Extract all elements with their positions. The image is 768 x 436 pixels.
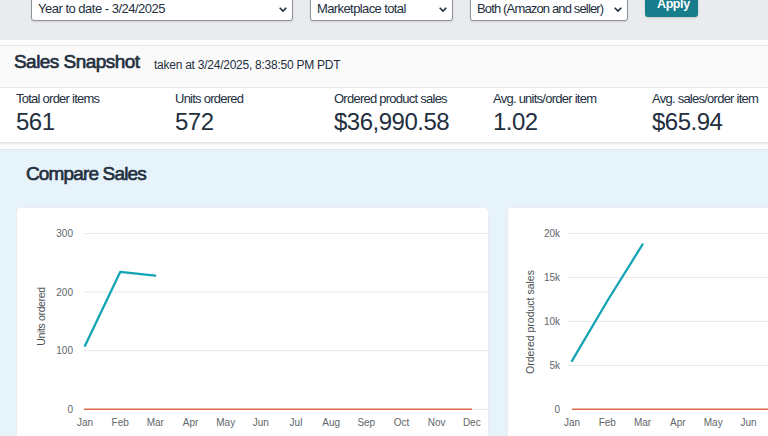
svg-text:0: 0	[554, 404, 560, 415]
svg-text:Jan: Jan	[564, 417, 580, 428]
svg-text:15k: 15k	[544, 272, 561, 283]
svg-text:Feb: Feb	[112, 417, 130, 428]
svg-text:Ordered product sales: Ordered product sales	[524, 270, 536, 374]
svg-text:5k: 5k	[549, 360, 561, 371]
svg-text:Jul: Jul	[290, 417, 303, 428]
svg-text:200: 200	[56, 287, 73, 298]
svg-text:May: May	[704, 417, 723, 428]
svg-text:Apr: Apr	[183, 417, 199, 428]
svg-text:Oct: Oct	[394, 417, 410, 428]
svg-text:Apr: Apr	[670, 417, 686, 428]
svg-text:300: 300	[56, 228, 73, 239]
svg-text:Mar: Mar	[147, 417, 165, 428]
svg-text:May: May	[216, 417, 235, 428]
svg-text:Jan: Jan	[77, 417, 93, 428]
svg-text:10k: 10k	[544, 316, 561, 327]
svg-text:Jun: Jun	[740, 417, 756, 428]
svg-text:Units ordered: Units ordered	[35, 287, 47, 346]
svg-text:Feb: Feb	[599, 417, 617, 428]
svg-text:100: 100	[56, 345, 73, 356]
svg-text:Jun: Jun	[253, 417, 269, 428]
svg-text:Mar: Mar	[634, 417, 652, 428]
svg-text:Sep: Sep	[357, 417, 375, 428]
svg-text:20k: 20k	[544, 228, 561, 239]
svg-text:Aug: Aug	[322, 417, 340, 428]
svg-text:Dec: Dec	[463, 417, 481, 428]
svg-text:0: 0	[67, 404, 73, 415]
svg-text:Nov: Nov	[428, 417, 446, 428]
